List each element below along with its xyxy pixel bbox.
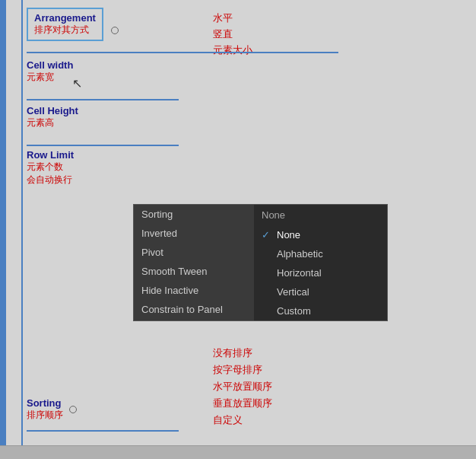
sorting-bottom-section: Sorting 排序顺序 bbox=[27, 397, 77, 422]
top-option-horizontal[interactable]: 水平 bbox=[213, 11, 252, 27]
dropdown-option-alphabetic[interactable]: Alphabetic bbox=[254, 244, 387, 263]
cell-height-title: Cell Height bbox=[27, 105, 78, 116]
line-after-cell-width bbox=[27, 99, 179, 100]
dropdown-item-hide-inactive[interactable]: Hide Inactive bbox=[134, 281, 252, 300]
top-option-vertical[interactable]: 竖直 bbox=[213, 27, 252, 43]
annotation-none: 没有排序 bbox=[213, 345, 272, 362]
line-after-sorting bbox=[27, 430, 179, 432]
bottom-annotations: 没有排序 按字母排序 水平放置顺序 垂直放置顺序 自定义 bbox=[213, 345, 272, 429]
option-vertical-label: Vertical bbox=[277, 286, 309, 298]
dropdown-item-inverted[interactable]: Inverted bbox=[134, 224, 252, 243]
option-custom-label: Custom bbox=[277, 305, 311, 317]
arrangement-title: Arrangement bbox=[34, 12, 96, 24]
sorting-bottom-dot[interactable] bbox=[69, 406, 77, 413]
option-alphabetic-label: Alphabetic bbox=[277, 248, 323, 260]
dropdown-item-constrain[interactable]: Constrain to Panel bbox=[134, 300, 252, 319]
dropdown-option-custom[interactable]: Custom bbox=[254, 301, 387, 320]
dropdown-left-column: Sorting Inverted Pivot Smooth Tween Hide… bbox=[134, 205, 252, 319]
line-after-arrangement bbox=[27, 52, 338, 53]
cell-width-title: Cell width bbox=[27, 59, 73, 71]
annotation-horizontal: 水平放置顺序 bbox=[213, 378, 272, 395]
cell-height-section: Cell Height 元素高 bbox=[27, 105, 78, 129]
sorting-dropdown[interactable]: Sorting Inverted Pivot Smooth Tween Hide… bbox=[133, 204, 388, 321]
sorting-title-text: Sorting bbox=[27, 397, 63, 409]
cell-height-subtitle: 元素高 bbox=[27, 116, 78, 129]
row-limit-subtitle1: 元素个数 bbox=[27, 161, 74, 174]
row-limit-title: Row Limit bbox=[27, 149, 74, 161]
dropdown-option-none[interactable]: ✓ None bbox=[254, 225, 387, 244]
dropdown-item-pivot[interactable]: Pivot bbox=[134, 243, 252, 262]
cell-width-subtitle: 元素宽 bbox=[27, 71, 73, 84]
left-line bbox=[21, 0, 23, 459]
dropdown-item-sorting[interactable]: Sorting bbox=[134, 205, 252, 224]
arrangement-dot[interactable] bbox=[111, 27, 119, 34]
sorting-bottom-title: Sorting 排序顺序 bbox=[27, 397, 63, 422]
dropdown-option-horizontal[interactable]: Horizontal bbox=[254, 263, 387, 282]
line-after-cell-height bbox=[27, 145, 179, 146]
annotation-vertical: 垂直放置顺序 bbox=[213, 395, 272, 412]
top-option-size[interactable]: 元素大小 bbox=[213, 43, 252, 59]
dropdown-item-smooth-tween[interactable]: Smooth Tween bbox=[134, 262, 252, 281]
row-limit-section: Row Limit 元素个数 会自动换行 bbox=[27, 149, 74, 186]
dropdown-right-column: None ✓ None Alphabetic Horizontal Vertic… bbox=[254, 205, 387, 320]
none-header-label: None bbox=[262, 209, 285, 221]
dropdown-option-vertical[interactable]: Vertical bbox=[254, 282, 387, 301]
sorting-subtitle-text: 排序顺序 bbox=[27, 409, 63, 422]
annotation-custom: 自定义 bbox=[213, 412, 272, 429]
option-horizontal-label: Horizontal bbox=[277, 267, 322, 279]
cell-width-section: Cell width 元素宽 bbox=[27, 59, 73, 84]
dropdown-right-header: None bbox=[254, 205, 387, 225]
arrangement-box: Arrangement 排序对其方式 bbox=[27, 8, 103, 41]
annotation-alphabetic: 按字母排序 bbox=[213, 362, 272, 378]
check-icon: ✓ bbox=[262, 229, 272, 241]
option-none-label: None bbox=[277, 229, 300, 241]
bottom-bar bbox=[0, 445, 476, 459]
arrangement-section: Arrangement 排序对其方式 bbox=[27, 8, 331, 41]
row-limit-subtitle2: 会自动换行 bbox=[27, 174, 74, 186]
left-bar bbox=[0, 0, 6, 459]
arrangement-subtitle: 排序对其方式 bbox=[34, 24, 96, 37]
